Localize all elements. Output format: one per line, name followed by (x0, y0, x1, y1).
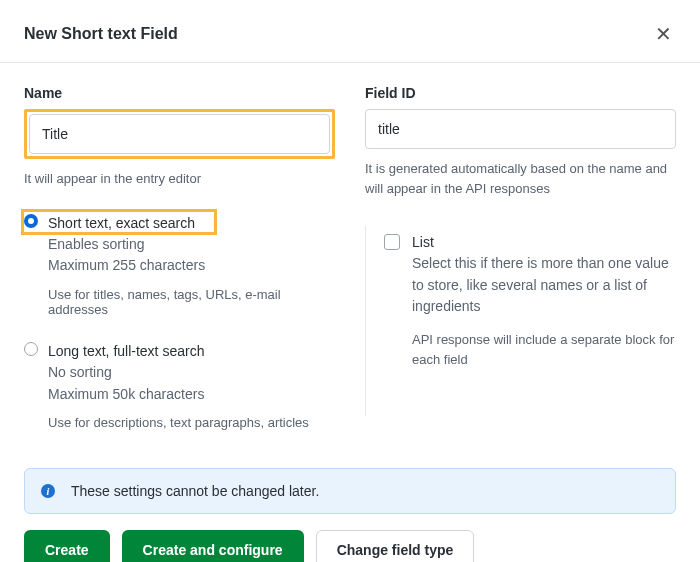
create-button[interactable]: Create (24, 530, 110, 562)
fieldid-help: It is generated automatically based on t… (365, 159, 676, 198)
long-text-title: Long text, full-text search (48, 341, 309, 362)
left-column: Name It will appear in the entry editor … (24, 85, 335, 454)
short-text-radio-wrap (24, 213, 48, 317)
modal-footer: Create Create and configure Change field… (0, 514, 700, 562)
short-text-line2: Maximum 255 characters (48, 255, 335, 277)
text-type-radiogroup: Short text, exact search Enables sorting… (24, 213, 335, 431)
modal-header: New Short text Field ✕ (0, 0, 700, 63)
create-and-configure-button[interactable]: Create and configure (122, 530, 304, 562)
long-text-radio-wrap (24, 341, 48, 430)
long-text-line2: Maximum 50k characters (48, 384, 309, 406)
info-text: These settings cannot be changed later. (71, 483, 319, 499)
new-field-modal: New Short text Field ✕ Name It will appe… (0, 0, 700, 562)
list-hint: API response will include a separate blo… (412, 330, 676, 369)
short-text-option[interactable]: Short text, exact search Enables sorting… (24, 213, 335, 317)
fieldid-input[interactable] (365, 109, 676, 149)
list-checkbox-content: List Select this if there is more than o… (412, 232, 676, 369)
close-icon: ✕ (655, 23, 672, 45)
fieldid-label: Field ID (365, 85, 676, 101)
checkbox-unchecked-icon (384, 234, 400, 250)
name-input-highlight (24, 109, 335, 159)
long-text-option[interactable]: Long text, full-text search No sorting M… (24, 341, 335, 430)
short-text-line1: Enables sorting (48, 234, 335, 256)
short-text-content: Short text, exact search Enables sorting… (48, 213, 335, 317)
long-text-hint: Use for descriptions, text paragraphs, a… (48, 415, 309, 430)
radio-selected-icon (24, 214, 38, 228)
change-field-type-button[interactable]: Change field type (316, 530, 475, 562)
modal-body: Name It will appear in the entry editor … (0, 63, 700, 454)
short-text-hint: Use for titles, names, tags, URLs, e-mai… (48, 287, 335, 317)
long-text-content: Long text, full-text search No sorting M… (48, 341, 309, 430)
list-checkbox-option[interactable]: List Select this if there is more than o… (384, 232, 676, 369)
close-button[interactable]: ✕ (651, 24, 676, 44)
modal-title: New Short text Field (24, 25, 178, 43)
info-banner: i These settings cannot be changed later… (24, 468, 676, 514)
list-checkbox-wrap (384, 232, 412, 369)
column-divider (365, 226, 366, 416)
right-column: Field ID It is generated automatically b… (365, 85, 676, 454)
name-help: It will appear in the entry editor (24, 169, 335, 189)
info-icon: i (41, 484, 55, 498)
name-input[interactable] (29, 114, 330, 154)
radio-unselected-icon (24, 342, 38, 356)
short-text-title: Short text, exact search (48, 213, 335, 234)
list-desc: Select this if there is more than one va… (412, 253, 676, 318)
long-text-line1: No sorting (48, 362, 309, 384)
list-title: List (412, 232, 676, 253)
name-label: Name (24, 85, 335, 101)
